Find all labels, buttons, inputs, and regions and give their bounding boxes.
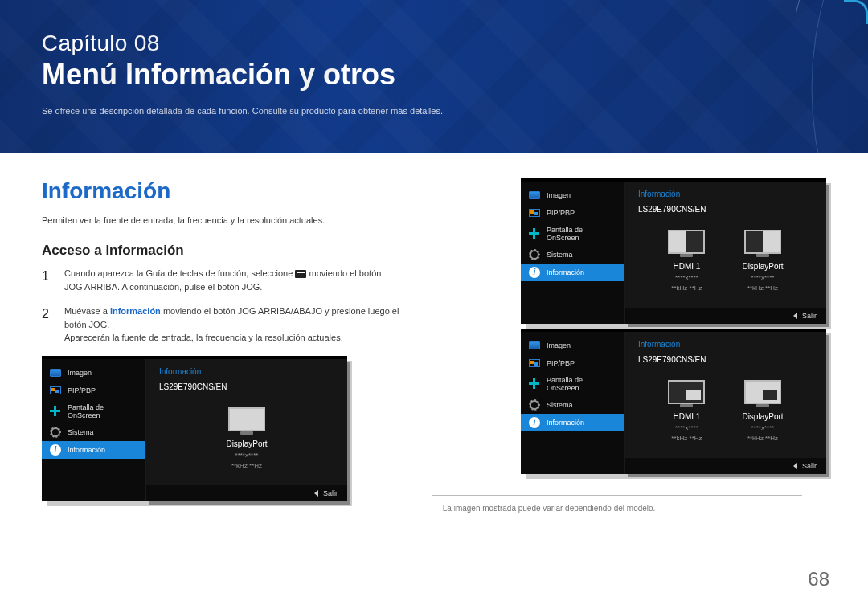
source-displayport: DisplayPort ****x**** **kHz **Hz <box>226 407 267 469</box>
monitor-icon <box>228 407 265 431</box>
section-heading: Información <box>42 178 400 204</box>
osd-menu: Imagen PIP/PBP Pantalla de OnScreen Sist… <box>42 359 146 501</box>
osd-panel: Información LS29E790CNS/EN DisplayPort *… <box>146 359 347 501</box>
chapter-label: Capítulo 08 <box>42 31 868 56</box>
chapter-title: Menú Información y otros <box>42 58 868 92</box>
corner-accent <box>844 0 868 24</box>
osd-item-sistema[interactable]: Sistema <box>42 423 145 441</box>
exit-label[interactable]: Salir <box>323 489 338 497</box>
monitor-split-icon <box>668 230 705 254</box>
exit-label[interactable]: Salir <box>802 312 817 320</box>
osd-item-sistema[interactable]: Sistema <box>521 246 624 264</box>
panel-title: Información <box>159 367 334 376</box>
osd-footer: Salir <box>625 458 826 474</box>
osd-item-pip[interactable]: PIP/PBP <box>521 204 624 222</box>
monitor-pip-main-icon <box>668 380 705 404</box>
step-2: 2 Muévase a Información moviendo el botó… <box>42 304 400 345</box>
osd-item-informacion[interactable]: iInformación <box>42 441 145 459</box>
osd-item-onscreen[interactable]: Pantalla de OnScreen <box>521 222 624 246</box>
osd-screenshot-single: Imagen PIP/PBP Pantalla de OnScreen Sist… <box>42 356 347 501</box>
exit-label[interactable]: Salir <box>802 462 817 470</box>
back-arrow-icon <box>314 490 318 497</box>
osd-item-imagen[interactable]: Imagen <box>521 337 624 354</box>
osd-item-pip[interactable]: PIP/PBP <box>521 354 624 372</box>
back-arrow-icon <box>793 463 797 469</box>
source-hdmi1: HDMI 1 ****x**** **kHz **Hz <box>668 230 705 292</box>
osd-item-sistema[interactable]: Sistema <box>521 396 624 414</box>
source-displayport: DisplayPort ****x**** **kHz **Hz <box>742 230 783 292</box>
osd-item-pip[interactable]: PIP/PBP <box>42 382 145 399</box>
step-number: 2 <box>42 304 53 345</box>
osd-item-imagen[interactable]: Imagen <box>42 364 145 382</box>
footnote: ― La imagen mostrada puede variar depend… <box>432 495 802 513</box>
chapter-subtitle: Se ofrece una descripción detallada de c… <box>42 106 868 116</box>
panel-model: LS29E790CNS/EN <box>638 205 813 214</box>
step-text: Cuando aparezca la Guía de teclas de fun… <box>64 267 400 293</box>
osd-footer: Salir <box>625 308 826 324</box>
step-1: 1 Cuando aparezca la Guía de teclas de f… <box>42 267 400 293</box>
panel-model: LS29E790CNS/EN <box>638 355 813 364</box>
monitor-split-icon <box>744 230 781 254</box>
osd-item-informacion[interactable]: iInformación <box>521 414 624 431</box>
panel-model: LS29E790CNS/EN <box>159 382 334 391</box>
source-displayport: DisplayPort ****x**** **kHz **Hz <box>742 380 783 442</box>
osd-footer: Salir <box>146 485 347 501</box>
osd-screenshot-split: Imagen PIP/PBP Pantalla de OnScreen Sist… <box>521 178 826 324</box>
menu-icon <box>295 270 306 278</box>
back-arrow-icon <box>793 313 797 319</box>
osd-item-onscreen[interactable]: Pantalla de OnScreen <box>42 399 145 423</box>
chapter-banner: Capítulo 08 Menú Información y otros Se … <box>0 0 868 153</box>
panel-title: Información <box>638 340 813 349</box>
osd-screenshot-pip: Imagen PIP/PBP Pantalla de OnScreen Sist… <box>521 329 826 474</box>
osd-item-imagen[interactable]: Imagen <box>521 186 624 204</box>
osd-item-onscreen[interactable]: Pantalla de OnScreen <box>521 372 624 396</box>
panel-title: Información <box>638 190 813 198</box>
subheading: Acceso a Información <box>42 243 400 259</box>
source-hdmi1: HDMI 1 ****x**** **kHz **Hz <box>668 380 705 442</box>
lead-text: Permiten ver la fuente de entrada, la fr… <box>42 215 400 225</box>
step-text: Muévase a Información moviendo el botón … <box>64 304 400 345</box>
osd-item-informacion[interactable]: iInformación <box>521 264 624 281</box>
monitor-pip-sub-icon <box>744 380 781 404</box>
step-number: 1 <box>42 267 53 293</box>
page-number: 68 <box>808 568 829 591</box>
steps-list: 1 Cuando aparezca la Guía de teclas de f… <box>42 267 400 345</box>
